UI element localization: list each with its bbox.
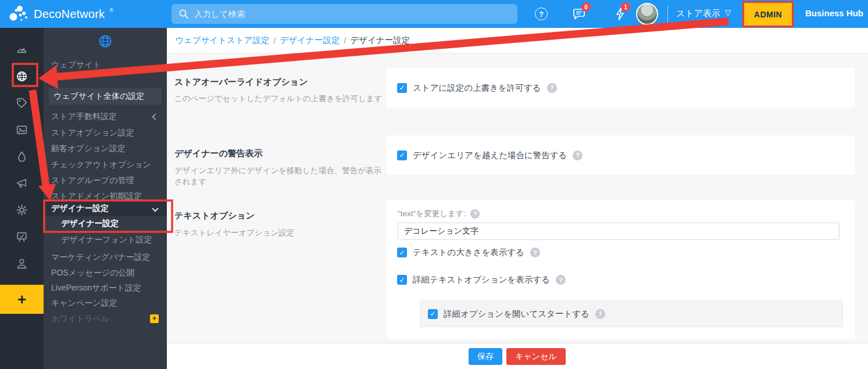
breadcrumb-separator: /: [344, 36, 346, 45]
help-glyph: ?: [533, 249, 537, 256]
help-glyph: ?: [550, 84, 554, 91]
sidebar-item-pos-messages[interactable]: POSメッセージの公開: [44, 265, 167, 281]
default-text-input[interactable]: [398, 223, 840, 240]
search-input[interactable]: [194, 9, 510, 19]
help-icon[interactable]: ?: [547, 83, 557, 93]
check-icon: ✓: [399, 249, 405, 257]
search-icon: [178, 9, 189, 19]
checkbox-show-advanced-text-options[interactable]: ✓: [397, 275, 407, 285]
chevron-left-icon: [152, 113, 158, 120]
presentation-icon[interactable]: [16, 231, 28, 243]
topbar-divider: [667, 5, 668, 23]
website-settings-sidebar: ウェブサイト ウェブサイト全体の設定 ストア手数料設定 ストアオプション設定 顧…: [44, 28, 167, 369]
sidebar-section-website: ウェブサイト: [51, 60, 101, 70]
deconetwork-logo-icon: [8, 3, 29, 24]
checkbox-label: デザインエリアを越えた場合に警告する: [413, 150, 567, 161]
sidebar-item-designer-settings-parent[interactable]: デザイナー設定: [44, 201, 167, 216]
section-title-store-override: ストアオーバーライドオプション: [174, 77, 381, 88]
section-title-designer-warning: デザイナーの警告表示: [174, 148, 381, 159]
section-desc-store-override: このページでセットしたデフォルトの上書きを許可します: [174, 93, 384, 104]
advanced-options-subpanel: ✓ 詳細オプションを開いてスタートする ?: [420, 300, 843, 327]
help-icon[interactable]: ?: [470, 209, 480, 218]
checkbox-label: 詳細テキストオプションを表示する: [413, 274, 550, 285]
section-desc-designer-warning: デザインエリア外にデザインを移動した場合、警告が表示されます: [174, 165, 384, 187]
admin-button[interactable]: ADMIN: [742, 1, 794, 27]
checkbox-start-with-advanced-open[interactable]: ✓: [428, 309, 438, 319]
breadcrumb-link-website-store-settings[interactable]: ウェブサイトストア設定: [175, 35, 270, 46]
help-icon[interactable]: ?: [595, 309, 605, 319]
text-field-label-text: "text"を変更します:: [398, 209, 466, 219]
checkbox-show-text-size[interactable]: ✓: [397, 248, 407, 257]
help-glyph: ?: [539, 10, 544, 19]
gear-icon[interactable]: [16, 204, 28, 216]
droplet-icon[interactable]: [16, 151, 28, 163]
sidebar-item-liveperson-support[interactable]: LivePersonサポート設定: [44, 280, 167, 296]
help-icon[interactable]: ?: [556, 275, 566, 285]
breadcrumb: ウェブサイトストア設定 / デザイナー設定 / デザイナー設定: [167, 28, 868, 53]
website-globe-icon[interactable]: [98, 34, 113, 49]
checkbox-label: ストアに設定の上書きを許可する: [413, 83, 541, 94]
megaphone-icon[interactable]: [16, 177, 28, 189]
cancel-button[interactable]: キャンセル: [506, 348, 566, 365]
business-hub-link[interactable]: Business Hub: [805, 8, 863, 18]
sidebar-item-label: ホワイトラベル: [51, 314, 109, 324]
user-icon[interactable]: [16, 257, 28, 270]
form-footer: 保存 キャンセル: [167, 343, 868, 369]
help-glyph: ?: [559, 277, 563, 284]
sidebar-item-designer-fonts[interactable]: デザイナーフォント設定: [44, 232, 167, 248]
sidebar-item-customer-options[interactable]: 顧客オプション設定: [44, 141, 167, 156]
breadcrumb-current: デザイナー設定: [350, 35, 410, 46]
checkbox-store-override[interactable]: ✓: [397, 83, 407, 93]
sidebar-item-checkout-options[interactable]: チェックアウトオプション: [44, 157, 167, 173]
checkbox-design-area-warning[interactable]: ✓: [397, 151, 407, 160]
global-search[interactable]: [172, 4, 517, 24]
help-glyph: ?: [598, 310, 602, 317]
sidebar-item-label: デザイナー設定: [51, 203, 109, 214]
image-icon[interactable]: [16, 124, 28, 136]
sidebar-item-store-options[interactable]: ストアオプション設定: [44, 125, 167, 141]
sidebar-item-store-groups[interactable]: ストアグループの管理: [44, 173, 167, 188]
sidebar-item-designer-settings[interactable]: デザイナー設定: [44, 216, 167, 231]
chevron-down-icon: [152, 205, 158, 212]
top-bar: DecoNetwork ® ? 0 1 ストア表示 ▽ ADMIN Busine…: [0, 0, 868, 28]
store-override-card: ✓ ストアに設定の上書きを許可する ?: [386, 68, 855, 108]
section-title-text-options: テキストオプション: [174, 210, 381, 221]
deconetwork-logo[interactable]: DecoNetwork ®: [8, 3, 113, 24]
logo-text: DecoNetwork: [34, 8, 105, 21]
sidebar-item-marketing-banners[interactable]: マーケティングバナー設定: [44, 249, 167, 265]
dashboard-icon[interactable]: [16, 44, 28, 56]
logo-registered-mark: ®: [109, 8, 113, 13]
store-view-chevron-icon[interactable]: ▽: [725, 8, 731, 17]
checkbox-label: 詳細オプションを開いてスタートする: [444, 309, 590, 320]
breadcrumb-separator: /: [274, 36, 276, 45]
designer-warning-card: ✓ デザインエリアを越えた場合に警告する ?: [386, 135, 855, 175]
help-glyph: ?: [473, 210, 477, 217]
check-icon: ✓: [399, 84, 405, 92]
store-view-link[interactable]: ストア表示: [676, 8, 720, 19]
help-icon[interactable]: ?: [573, 151, 583, 160]
messages-badge: 0: [581, 2, 591, 12]
checkbox-label: テキストの大きさを表示する: [413, 247, 524, 258]
globe-icon[interactable]: [16, 70, 28, 83]
check-icon: ✓: [399, 151, 405, 159]
sidebar-item-campaign-settings[interactable]: キャンペーン設定: [44, 295, 167, 311]
upgrade-plus-badge[interactable]: +: [150, 314, 159, 323]
check-icon: ✓: [399, 276, 405, 284]
breadcrumb-link-designer-settings[interactable]: デザイナー設定: [280, 35, 340, 46]
primary-icon-sidebar: +: [0, 28, 44, 369]
sidebar-item-store-fees[interactable]: ストア手数料設定: [44, 109, 167, 124]
help-icon[interactable]: ?: [530, 248, 540, 257]
user-avatar[interactable]: [636, 3, 658, 25]
text-options-card: "text"を変更します: ? ✓ テキストの大きさを表示する ? ✓ 詳細テキ…: [386, 200, 855, 339]
text-field-label: "text"を変更します: ?: [398, 209, 480, 219]
sidebar-item-label: ストア手数料設定: [51, 112, 117, 122]
save-button[interactable]: 保存: [469, 348, 502, 365]
tag-icon[interactable]: [16, 97, 28, 109]
help-icon[interactable]: ?: [535, 8, 548, 20]
help-glyph: ?: [576, 152, 580, 159]
sidebar-item-white-label[interactable]: ホワイトラベル +: [44, 311, 167, 327]
add-button[interactable]: +: [0, 285, 44, 314]
sidebar-item-website-global-settings[interactable]: ウェブサイト全体の設定: [49, 88, 162, 105]
section-desc-text-options: テキストレイヤーオプション設定: [174, 227, 384, 238]
check-icon: ✓: [430, 310, 435, 318]
